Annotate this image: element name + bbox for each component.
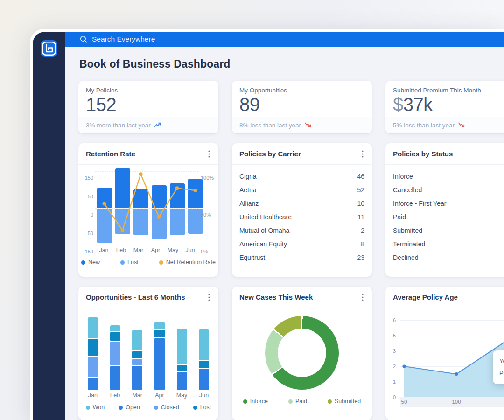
table-row[interactable]: American Equity8 xyxy=(239,237,364,251)
legend-item[interactable]: Net Retention Rate xyxy=(159,259,216,266)
legend-item[interactable]: Closed xyxy=(154,404,179,411)
bar-slot xyxy=(171,328,193,391)
legend-dot xyxy=(243,399,247,404)
table-row[interactable]: Cigna46 xyxy=(239,169,364,183)
table-row[interactable]: Inforce - First Year xyxy=(393,196,504,210)
x-tick-label: Apr xyxy=(148,392,171,399)
stacked-bar[interactable] xyxy=(88,316,98,390)
card-title: Opportunities - Last 6 Months xyxy=(86,293,185,301)
line-point xyxy=(194,189,197,192)
sidebar xyxy=(33,32,65,420)
x-tick-label: Feb xyxy=(112,247,130,253)
card-title: Retention Rate xyxy=(86,150,135,158)
gridline xyxy=(95,245,199,245)
line-point xyxy=(103,202,106,206)
bar-segment-closed xyxy=(132,359,142,365)
legend-label: Closed xyxy=(161,404,179,411)
stacked-bar[interactable] xyxy=(110,324,120,391)
table-row[interactable]: Paid xyxy=(393,210,504,224)
app-logo[interactable] xyxy=(40,40,58,57)
carrier-name: American Equity xyxy=(239,240,287,248)
legend-item[interactable]: Open xyxy=(119,404,140,411)
carrier-name: Mutual of Omaha xyxy=(239,227,289,234)
kpi-label: Submitted Premium This Month xyxy=(393,87,504,94)
x-tick-label: Jun xyxy=(182,247,199,253)
legend-item[interactable]: Paid xyxy=(288,398,307,405)
table-row[interactable]: United Healthcare11 xyxy=(239,210,364,224)
carrier-name: United Healthcare xyxy=(239,213,292,221)
tick-label: 50 xyxy=(88,194,93,199)
legend-label: New xyxy=(88,259,100,266)
line-point xyxy=(121,228,125,232)
chart-legend: NewLostNet Retention Rate xyxy=(78,259,218,266)
status-name: Cancelled xyxy=(393,186,422,194)
bar-segment-won xyxy=(132,330,142,350)
bar-segment-open xyxy=(199,369,209,390)
stacked-bar[interactable] xyxy=(154,321,165,391)
x-axis-strip: 50100 xyxy=(400,397,504,407)
stacked-bar[interactable] xyxy=(177,328,187,391)
y-axis-right: 100%50%0% xyxy=(199,171,217,245)
legend-item[interactable]: Won xyxy=(86,404,105,411)
chart-legend: WonOpenClosedLost xyxy=(78,404,218,411)
card-title: Policies by Carrier xyxy=(239,150,301,158)
kpi-card-submitted-premium[interactable]: Submitted Premium This Month $37k 5% les… xyxy=(385,81,504,133)
card-menu-button[interactable] xyxy=(360,148,365,160)
tick-label: -50 xyxy=(86,231,93,236)
bar-segment-lost xyxy=(88,339,98,356)
legend-dot xyxy=(81,260,85,265)
x-tick-label: Apr xyxy=(147,247,164,253)
tick-label: 50% xyxy=(201,212,211,217)
tick-label: 150 xyxy=(85,175,93,181)
table-row[interactable]: Submitted xyxy=(393,224,504,237)
carrier-name: Equitrust xyxy=(239,254,265,261)
kpi-value: 89 xyxy=(239,94,364,115)
bar-segment-won xyxy=(177,329,187,365)
y-axis-labels: 653210 xyxy=(385,320,399,397)
kpi-value: 152 xyxy=(86,94,211,115)
tick-label: 100% xyxy=(201,175,214,181)
tick-label: 6 xyxy=(393,317,396,323)
legend-dot xyxy=(159,260,163,265)
table-row[interactable]: Declined xyxy=(393,251,504,264)
legend-label: Open xyxy=(126,404,140,411)
x-tick-label: Mar xyxy=(126,392,148,399)
table-row[interactable]: Aetna52 xyxy=(239,183,364,196)
card-menu-button[interactable] xyxy=(206,292,212,303)
kpi-card-my-opportunities[interactable]: My Opportunities 89 8% less than last ye… xyxy=(232,81,372,133)
bar-segment-open xyxy=(177,372,187,390)
legend-item[interactable]: New xyxy=(81,259,100,266)
stacked-bar[interactable] xyxy=(132,329,142,390)
legend-label: Paid xyxy=(295,398,307,405)
x-tick-label: Feb xyxy=(104,392,126,399)
status-name: Paid xyxy=(393,213,406,221)
card-menu-button[interactable] xyxy=(360,292,365,303)
bar-slot xyxy=(126,329,148,390)
table-row[interactable]: Terminated xyxy=(393,237,504,251)
legend-dot xyxy=(288,399,293,404)
card-title: Policies by Status xyxy=(393,150,453,158)
net-retention-line xyxy=(95,171,204,245)
x-tick-label: Jan xyxy=(95,247,112,253)
carrier-count: 23 xyxy=(357,254,364,261)
legend-item[interactable]: Lost xyxy=(120,259,139,266)
table-row[interactable]: Allianz10 xyxy=(239,196,364,210)
kpi-card-my-policies[interactable]: My Policies 152 3% more than last year xyxy=(78,81,218,133)
table-row[interactable]: Cancelled xyxy=(393,183,504,196)
bar-segment-lost xyxy=(110,332,120,341)
card-menu-button[interactable] xyxy=(206,148,212,160)
tick-label: 1 xyxy=(393,379,396,385)
chart-legend: InforcePaidSubmitted xyxy=(232,398,372,405)
legend-item[interactable]: Submitted xyxy=(328,398,361,405)
carrier-count: 11 xyxy=(357,213,364,221)
y-axis-left: 150500-50-150 xyxy=(80,171,95,245)
table-row[interactable]: Mutual of Omaha2 xyxy=(239,224,364,237)
legend-item[interactable]: Lost xyxy=(193,404,211,411)
status-name: Inforce xyxy=(393,173,413,180)
table-row[interactable]: Inforce xyxy=(393,169,504,183)
status-name: Inforce - First Year xyxy=(393,200,446,207)
legend-item[interactable]: Inforce xyxy=(243,398,268,405)
global-search-input[interactable]: Search Everywhere xyxy=(80,35,155,43)
stacked-bar[interactable] xyxy=(199,329,209,390)
table-row[interactable]: Equitrust23 xyxy=(239,251,364,264)
